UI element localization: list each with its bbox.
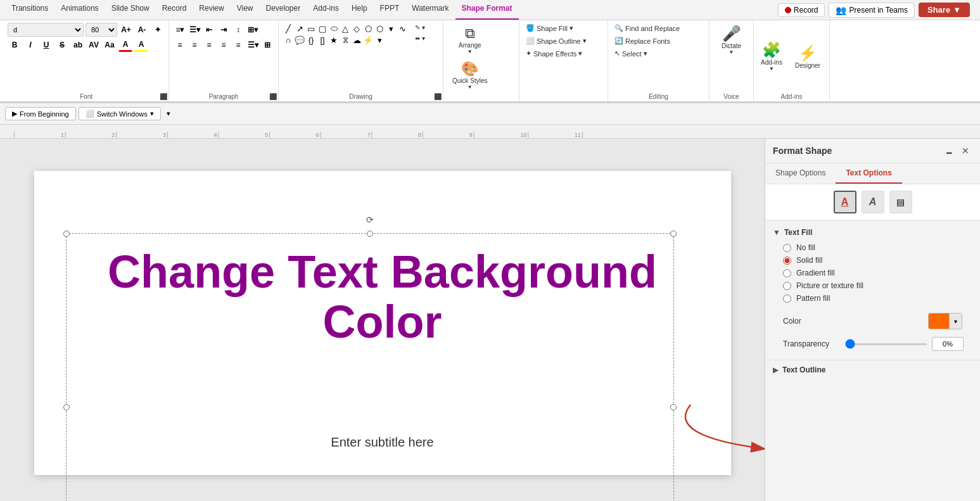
from-beginning-button[interactable]: ▶ From Beginning	[5, 107, 76, 120]
justify-btn[interactable]: ≡	[217, 38, 231, 52]
replace-fonts-btn[interactable]: 🔄 Replace Fonts	[612, 35, 673, 46]
align-center-btn[interactable]: ≡	[188, 38, 201, 52]
picture-texture-fill-option[interactable]: Picture or texture fill	[783, 281, 962, 290]
panel-minimize-btn[interactable]: 🗕	[942, 144, 956, 158]
handle-ml[interactable]	[63, 404, 70, 410]
slide-title[interactable]: Change Text Background Color	[72, 247, 693, 347]
designer-button[interactable]: ⚡ Designer	[792, 42, 824, 71]
text-effects-sub-tab[interactable]: A	[862, 191, 884, 213]
change-case-btn[interactable]: Aa	[103, 38, 117, 52]
text-fill-header[interactable]: ▼ Text Fill	[773, 225, 972, 239]
shape-diamond[interactable]: ◇	[351, 23, 362, 34]
switch-windows-button[interactable]: ⬜ Switch Windows ▾	[79, 107, 161, 120]
shape-oval[interactable]: ⬭	[328, 23, 340, 34]
text-box-sub-tab[interactable]: ▤	[889, 191, 912, 213]
shape-hexagon[interactable]: ⬡	[374, 23, 385, 34]
shape-rounded-rect[interactable]: ▢	[317, 23, 328, 34]
no-fill-option[interactable]: No fill	[783, 243, 962, 252]
bold-btn[interactable]: B	[8, 38, 22, 52]
line-spacing-btn[interactable]: ↕	[231, 23, 245, 37]
transform-btn[interactable]: ⬌ ▾	[412, 34, 428, 43]
shape-bracket[interactable]: []	[317, 34, 328, 46]
shape-arrow[interactable]: ↗	[294, 23, 305, 34]
italic-btn[interactable]: I	[23, 38, 37, 52]
shape-ribbon[interactable]: ⧖	[340, 34, 351, 46]
increase-indent-btn[interactable]: ⇥	[217, 23, 231, 37]
shape-callout[interactable]: 💬	[294, 34, 305, 46]
shape-lightening[interactable]: ⚡	[362, 34, 374, 46]
convert-smartart-btn[interactable]: ⊞	[260, 38, 274, 52]
handle-tc[interactable]	[367, 231, 373, 237]
tab-review[interactable]: Review	[193, 0, 230, 20]
select-btn[interactable]: ↖ Select ▾	[612, 48, 650, 59]
rotate-handle[interactable]: ⟳	[365, 215, 375, 225]
shape-outline-btn[interactable]: ⬜ Shape Outline ▾	[523, 35, 589, 46]
addins-button[interactable]: 🧩 Add-ins ▼	[758, 39, 786, 73]
share-button[interactable]: Share ▼	[919, 3, 970, 17]
shape-more2[interactable]: ▾	[374, 34, 385, 46]
customize-quick-access-btn[interactable]: ▾	[163, 108, 174, 120]
slide-area[interactable]: ⟳ Change Text Background Color Enter sub…	[0, 139, 765, 501]
slide-subtitle[interactable]: Enter subtitle here	[72, 435, 693, 450]
decrease-font-btn[interactable]: A-	[135, 23, 149, 37]
shape-fill-btn[interactable]: 🪣 Shape Fill ▾	[523, 23, 576, 34]
transparency-slider[interactable]	[845, 343, 927, 345]
align-right-btn[interactable]: ≡	[202, 38, 216, 52]
highlight-color-btn[interactable]: A	[134, 38, 148, 52]
transparency-input[interactable]: 0%	[932, 337, 964, 351]
handle-tl[interactable]	[63, 231, 70, 237]
picture-texture-radio[interactable]	[783, 282, 791, 290]
text-fill-sub-tab[interactable]: A	[834, 191, 856, 213]
record-button[interactable]: Record	[778, 3, 825, 17]
tab-help[interactable]: Help	[345, 0, 374, 20]
tab-developer[interactable]: Developer	[260, 0, 307, 20]
gradient-fill-radio[interactable]	[783, 269, 791, 277]
tab-shape-options[interactable]: Shape Options	[765, 163, 836, 184]
clear-formatting-btn[interactable]: ✦	[151, 23, 165, 37]
underline-btn[interactable]: U	[39, 38, 53, 52]
present-in-teams-button[interactable]: 👥 Present in Teams	[829, 3, 915, 18]
color-picker-btn[interactable]: ▾	[928, 313, 962, 329]
solid-fill-radio[interactable]	[783, 257, 791, 265]
tab-view[interactable]: View	[231, 0, 260, 20]
char-spacing-btn[interactable]: AV	[87, 38, 101, 52]
shape-star[interactable]: ★	[328, 34, 340, 46]
edit-shape-btn[interactable]: ✎ ▾	[412, 23, 428, 32]
tab-addins[interactable]: Add-ins	[307, 0, 345, 20]
pattern-fill-radio[interactable]	[783, 295, 791, 303]
decrease-indent-btn[interactable]: ⇤	[202, 23, 216, 37]
shape-effects-btn[interactable]: ✦ Shape Effects ▾	[523, 48, 585, 59]
tab-watermark[interactable]: Watermark	[405, 0, 455, 20]
font-name-select[interactable]: d	[8, 23, 84, 37]
text-direction-btn[interactable]: ≡	[231, 38, 245, 52]
shape-cloud[interactable]: ☁	[351, 34, 362, 46]
columns-btn[interactable]: ⊞▾	[246, 23, 260, 37]
panel-close-btn[interactable]: ✕	[958, 144, 972, 158]
find-replace-btn[interactable]: 🔍 Find and Replace	[612, 23, 682, 34]
tab-shape-format[interactable]: Shape Format	[455, 0, 519, 20]
shape-line[interactable]: ╱	[283, 23, 294, 34]
align-left-btn[interactable]: ≡	[173, 38, 187, 52]
shape-pentagon[interactable]: ⬠	[362, 23, 374, 34]
text-outline-section[interactable]: ▶ Text Outline	[765, 360, 980, 379]
shadow-btn[interactable]: ab	[71, 38, 85, 52]
tab-slide-show[interactable]: Slide Show	[105, 0, 156, 20]
shape-arc[interactable]: ∩	[283, 34, 294, 46]
slide[interactable]: ⟳ Change Text Background Color Enter sub…	[34, 171, 731, 475]
font-size-select[interactable]: 80	[86, 23, 117, 37]
paragraph-expand-btn[interactable]: ⬛	[269, 93, 277, 100]
numbering-btn[interactable]: ☰▾	[188, 23, 201, 37]
solid-fill-option[interactable]: Solid fill	[783, 256, 962, 265]
strikethrough-btn[interactable]: S	[55, 38, 69, 52]
tab-animations[interactable]: Animations	[54, 0, 105, 20]
dictate-button[interactable]: 🎤 Dictate ▼	[718, 23, 744, 57]
arrange-button[interactable]: ⧉ Arrange ▼	[454, 23, 487, 57]
color-dropdown-btn[interactable]: ▾	[949, 314, 962, 329]
shape-more[interactable]: ▾	[385, 23, 397, 34]
tab-record[interactable]: Record	[156, 0, 193, 20]
shape-curve[interactable]: ∿	[397, 23, 408, 34]
handle-mr[interactable]	[670, 404, 677, 410]
pattern-fill-option[interactable]: Pattern fill	[783, 294, 962, 303]
tab-text-options[interactable]: Text Options	[836, 163, 901, 184]
bullets-btn[interactable]: ≡▾	[173, 23, 187, 37]
